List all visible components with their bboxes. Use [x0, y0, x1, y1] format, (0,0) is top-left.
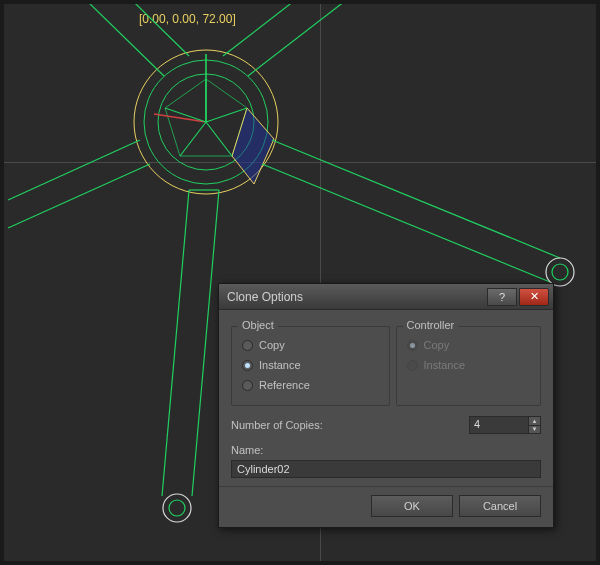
object-group: Object Copy Instance Reference: [231, 326, 390, 406]
radio-icon: [407, 340, 418, 351]
svg-point-2: [158, 74, 254, 170]
svg-point-13: [546, 258, 574, 286]
svg-line-16: [192, 190, 219, 496]
svg-line-26: [165, 108, 206, 122]
svg-line-6: [154, 114, 206, 122]
svg-line-25: [180, 122, 206, 156]
radio-label: Copy: [259, 339, 285, 351]
radio-label: Copy: [424, 339, 450, 351]
svg-line-9: [248, 4, 600, 76]
name-label: Name:: [231, 444, 541, 456]
spinner-down-icon[interactable]: ▼: [529, 425, 540, 434]
svg-marker-3: [165, 79, 247, 156]
svg-point-14: [552, 264, 568, 280]
svg-point-1: [144, 60, 268, 184]
dialog-title: Clone Options: [227, 290, 487, 304]
svg-line-21: [8, 164, 150, 228]
dialog-buttons: OK Cancel: [219, 486, 553, 527]
help-button[interactable]: ?: [487, 288, 517, 306]
svg-line-24: [206, 122, 232, 156]
radio-label: Reference: [259, 379, 310, 391]
radio-icon: [407, 360, 418, 371]
ok-button[interactable]: OK: [371, 495, 453, 517]
svg-point-0: [134, 50, 278, 194]
radio-icon: [242, 360, 253, 371]
svg-point-18: [163, 494, 191, 522]
radio-controller-instance: Instance: [407, 355, 531, 375]
svg-line-23: [206, 108, 247, 122]
radio-label: Instance: [259, 359, 301, 371]
svg-marker-4: [232, 108, 274, 184]
dialog-body: Object Copy Instance Reference Controlle…: [219, 310, 553, 486]
svg-line-15: [162, 190, 189, 496]
radio-icon: [242, 340, 253, 351]
svg-line-12: [262, 164, 550, 282]
spinner-up-icon[interactable]: ▲: [529, 417, 540, 425]
object-group-title: Object: [238, 319, 278, 331]
svg-line-11: [272, 140, 560, 258]
axis-horizontal: [4, 162, 596, 163]
coordinate-readout: [0.00, 0.00, 72.00]: [139, 12, 236, 26]
radio-object-reference[interactable]: Reference: [242, 375, 379, 395]
radio-icon: [242, 380, 253, 391]
radio-object-copy[interactable]: Copy: [242, 335, 379, 355]
controller-group-title: Controller: [403, 319, 459, 331]
radio-object-instance[interactable]: Instance: [242, 355, 379, 375]
svg-line-10: [223, 4, 600, 56]
name-input[interactable]: [231, 460, 541, 478]
cancel-button[interactable]: Cancel: [459, 495, 541, 517]
radio-controller-copy: Copy: [407, 335, 531, 355]
svg-line-20: [8, 140, 140, 200]
radio-label: Instance: [424, 359, 466, 371]
dialog-titlebar[interactable]: Clone Options ? ✕: [219, 284, 553, 310]
svg-point-19: [169, 500, 185, 516]
clone-options-dialog: Clone Options ? ✕ Object Copy Instance R…: [218, 283, 554, 528]
close-button[interactable]: ✕: [519, 288, 549, 306]
copies-value[interactable]: 4: [470, 417, 528, 433]
copies-label: Number of Copies:: [231, 419, 323, 431]
controller-group: Controller Copy Instance: [396, 326, 542, 406]
copies-spinner[interactable]: 4 ▲ ▼: [469, 416, 541, 434]
